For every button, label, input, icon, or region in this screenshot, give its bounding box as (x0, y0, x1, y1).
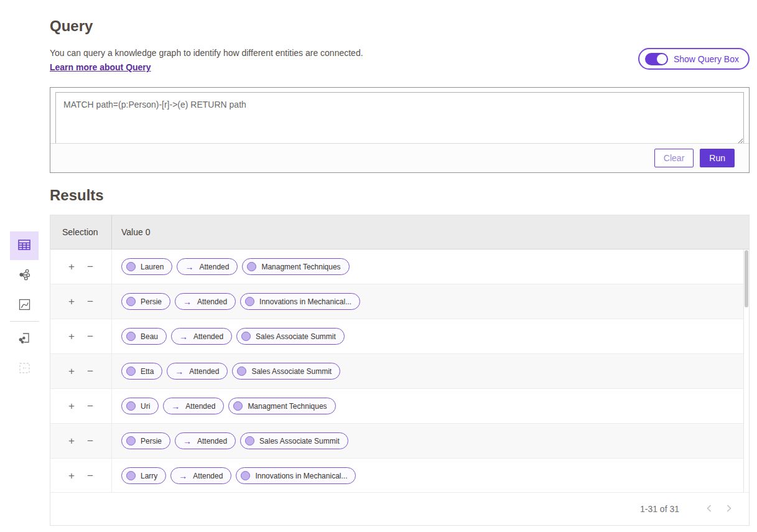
query-box-container: MATCH path=(p:Person)-[r]->(e) RETURN pa… (50, 87, 750, 173)
source-node-chip[interactable]: Lauren (121, 258, 172, 275)
clear-button[interactable]: Clear (654, 149, 694, 167)
add-to-selection-button[interactable]: + (68, 366, 75, 376)
chevron-right-icon (726, 504, 732, 515)
chart-view-button[interactable] (10, 291, 39, 320)
edge-chip[interactable]: → Attended (163, 398, 224, 414)
source-node-chip[interactable]: Beau (121, 328, 167, 345)
source-node-label: Etta (141, 367, 154, 376)
add-to-selection-button[interactable]: + (68, 296, 75, 307)
value-cell: Etta → Attended Sales Associate Summit (111, 354, 743, 388)
arrow-right-icon: → (171, 402, 180, 411)
node-icon (126, 401, 136, 411)
value-cell: Beau → Attended Sales Associate Summit (111, 319, 743, 353)
remove-from-selection-button[interactable]: − (87, 366, 93, 376)
node-icon (126, 471, 136, 480)
table-row: + − Uri → Attended Managment Techniques (50, 389, 743, 424)
target-node-chip[interactable]: Sales Associate Summit (232, 363, 340, 380)
node-icon (237, 366, 246, 376)
node-icon (241, 332, 251, 341)
target-node-chip[interactable]: Managment Techniques (228, 398, 335, 414)
edge-chip[interactable]: → Attended (177, 258, 238, 275)
target-node-label: Innovations in Mechanical... (255, 472, 347, 480)
learn-more-link[interactable]: Learn more about Query (50, 62, 151, 72)
edge-chip[interactable]: → Attended (175, 293, 236, 310)
target-node-chip[interactable]: Innovations in Mechanical... (236, 467, 356, 484)
table-view-button[interactable] (10, 231, 39, 260)
run-button[interactable]: Run (700, 149, 735, 167)
show-query-box-toggle[interactable]: Show Query Box (638, 48, 750, 70)
prev-page-button[interactable] (699, 504, 719, 515)
target-node-label: Innovations in Mechanical... (259, 297, 351, 306)
node-icon (233, 401, 243, 411)
remove-from-selection-button[interactable]: − (87, 401, 93, 411)
arrow-right-icon: → (179, 332, 188, 341)
results-title: Results (50, 187, 104, 204)
value-cell: Lauren → Attended Managment Techniques (111, 250, 743, 284)
target-node-label: Managment Techniques (248, 402, 327, 411)
graph-view-button[interactable] (10, 261, 39, 290)
source-node-label: Persie (141, 437, 162, 446)
table-row: + − Larry → Attended Innovations in Mech… (50, 459, 743, 492)
query-input[interactable]: MATCH path=(p:Person)-[r]->(e) RETURN pa… (55, 92, 744, 144)
source-node-chip[interactable]: Persie (121, 432, 170, 449)
node-icon (126, 262, 136, 271)
toggle-switch-icon[interactable] (645, 53, 668, 65)
network-graph-icon (19, 269, 30, 282)
table-row: + − Etta → Attended Sales Associate Summ… (50, 354, 743, 389)
selection-cell: + − (50, 250, 111, 284)
source-node-chip[interactable]: Etta (121, 363, 162, 380)
chevron-left-icon (706, 504, 712, 515)
table-row: + − Persie → Attended Innovations in Mec… (50, 284, 743, 319)
node-icon (126, 366, 136, 376)
source-node-chip[interactable]: Larry (121, 467, 166, 484)
node-icon (126, 297, 136, 306)
table-header: Selection Value 0 (50, 215, 749, 250)
table-body: + − Lauren → Attended Managment Techniqu… (50, 250, 743, 492)
node-icon (245, 297, 254, 306)
arrow-right-icon: → (185, 263, 193, 271)
add-to-selection-button[interactable]: + (68, 436, 75, 446)
add-to-selection-button[interactable]: + (68, 331, 75, 342)
table-footer: 1-31 of 31 (50, 492, 749, 525)
remove-from-selection-button[interactable]: − (87, 296, 93, 307)
arrow-right-icon: → (183, 297, 192, 306)
node-icon (126, 436, 136, 446)
target-node-chip[interactable]: Sales Associate Summit (236, 328, 345, 345)
value-cell: Larry → Attended Innovations in Mechanic… (111, 459, 743, 492)
export-graph-button[interactable] (10, 325, 39, 353)
arrow-right-icon: → (179, 472, 187, 480)
target-node-chip[interactable]: Managment Techniques (242, 258, 349, 275)
edge-label: Attended (193, 332, 223, 341)
remove-from-selection-button[interactable]: − (87, 436, 93, 446)
node-icon (126, 332, 136, 341)
target-node-label: Sales Associate Summit (251, 367, 332, 376)
edge-chip[interactable]: → Attended (167, 363, 228, 380)
remove-from-selection-button[interactable]: − (87, 331, 93, 342)
remove-from-selection-button[interactable]: − (87, 261, 93, 272)
selection-cell: + − (50, 459, 111, 492)
selection-cell: + − (50, 424, 111, 458)
column-header-selection: Selection (50, 215, 111, 249)
edge-chip[interactable]: → Attended (170, 467, 231, 484)
target-node-chip[interactable]: Innovations in Mechanical... (240, 293, 360, 310)
table-icon (18, 240, 30, 252)
target-node-label: Sales Associate Summit (259, 437, 340, 446)
node-icon (245, 436, 254, 446)
add-to-selection-button[interactable]: + (68, 470, 75, 481)
vertical-scrollbar[interactable] (743, 250, 749, 492)
add-to-selection-button[interactable]: + (68, 261, 75, 272)
edge-chip[interactable]: → Attended (171, 328, 232, 345)
toggle-label: Show Query Box (674, 54, 739, 64)
line-chart-icon (19, 299, 30, 312)
selection-cell: + − (50, 389, 111, 423)
scrollbar-thumb[interactable] (745, 250, 748, 307)
add-to-selection-button[interactable]: + (68, 401, 75, 411)
target-node-chip[interactable]: Sales Associate Summit (240, 432, 348, 449)
remove-from-selection-button[interactable]: − (87, 470, 93, 481)
value-cell: Persie → Attended Innovations in Mechani… (111, 284, 743, 319)
source-node-chip[interactable]: Uri (121, 398, 159, 414)
next-page-button[interactable] (719, 504, 739, 515)
source-node-chip[interactable]: Persie (121, 293, 170, 310)
edge-chip[interactable]: → Attended (175, 432, 236, 449)
node-icon (247, 262, 256, 271)
